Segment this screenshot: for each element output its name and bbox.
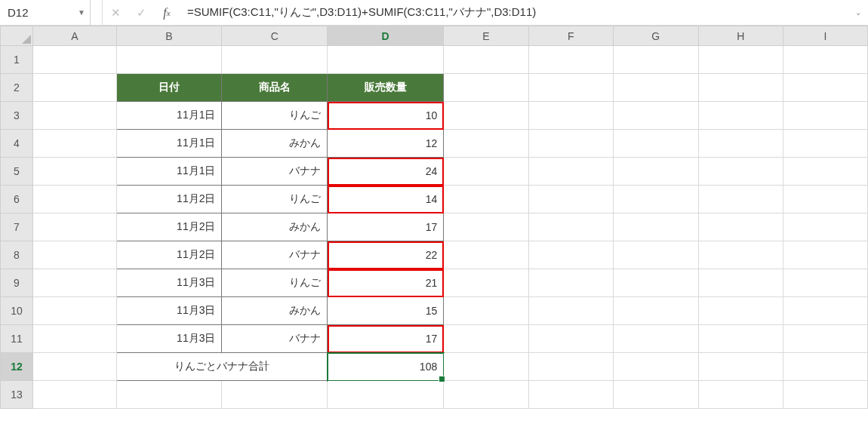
col-header-C[interactable]: C — [222, 26, 328, 46]
cell[interactable] — [698, 74, 783, 102]
cell[interactable] — [698, 158, 783, 186]
cell[interactable] — [33, 325, 117, 353]
cell[interactable] — [783, 158, 868, 186]
cell[interactable] — [528, 102, 613, 130]
cell-qty[interactable]: 24 — [328, 158, 444, 186]
cell[interactable] — [33, 381, 117, 409]
cell[interactable] — [33, 186, 117, 213]
cell[interactable] — [33, 297, 117, 325]
cell-product[interactable]: りんご — [222, 269, 328, 297]
cell[interactable] — [222, 46, 328, 74]
cell[interactable] — [613, 74, 698, 102]
cell[interactable] — [613, 269, 698, 297]
cell[interactable] — [613, 102, 698, 130]
row-header[interactable]: 13 — [1, 381, 33, 409]
cell[interactable] — [444, 325, 528, 353]
col-header-H[interactable]: H — [698, 26, 783, 46]
row-header[interactable]: 2 — [1, 74, 33, 102]
cell[interactable] — [444, 74, 528, 102]
cell[interactable] — [528, 74, 613, 102]
cell[interactable] — [613, 241, 698, 269]
cell[interactable] — [783, 130, 868, 158]
row-header[interactable]: 4 — [1, 130, 33, 158]
cell-date[interactable]: 11月3日 — [116, 325, 222, 353]
expand-formula-bar-icon[interactable]: ⌄ — [848, 0, 868, 25]
footer-label-cell[interactable]: りんごとバナナ合計 — [116, 353, 328, 381]
cell[interactable] — [33, 130, 117, 158]
cell[interactable] — [444, 269, 528, 297]
cell-qty[interactable]: 21 — [328, 269, 444, 297]
cell-qty[interactable]: 14 — [328, 186, 444, 213]
cell[interactable] — [528, 353, 613, 381]
footer-value-cell[interactable]: 108 — [328, 353, 444, 381]
col-header-E[interactable]: E — [444, 26, 528, 46]
cell[interactable] — [33, 213, 117, 241]
cell[interactable] — [698, 353, 783, 381]
cancel-icon[interactable]: ✕ — [103, 0, 128, 25]
table-header-qty[interactable]: 販売数量 — [328, 74, 444, 102]
row-header[interactable]: 5 — [1, 158, 33, 186]
cell-date[interactable]: 11月2日 — [116, 213, 222, 241]
cell[interactable] — [783, 46, 868, 74]
cell[interactable] — [444, 102, 528, 130]
row-header[interactable]: 9 — [1, 269, 33, 297]
cell-date[interactable]: 11月2日 — [116, 186, 222, 213]
cell-product[interactable]: みかん — [222, 213, 328, 241]
cell-date[interactable]: 11月1日 — [116, 102, 222, 130]
col-header-G[interactable]: G — [613, 26, 698, 46]
cell[interactable] — [613, 186, 698, 213]
cell[interactable] — [33, 353, 117, 381]
row-header[interactable]: 7 — [1, 213, 33, 241]
cell-qty[interactable]: 10 — [328, 102, 444, 130]
cell-date[interactable]: 11月3日 — [116, 297, 222, 325]
check-icon[interactable]: ✓ — [128, 0, 154, 25]
cell[interactable] — [33, 102, 117, 130]
col-header-A[interactable]: A — [33, 26, 117, 46]
cell-qty[interactable]: 12 — [328, 130, 444, 158]
cell[interactable] — [444, 186, 528, 213]
row-header[interactable]: 3 — [1, 102, 33, 130]
cell[interactable] — [783, 186, 868, 213]
cell[interactable] — [613, 130, 698, 158]
cell[interactable] — [528, 130, 613, 158]
cell-product[interactable]: バナナ — [222, 241, 328, 269]
cell[interactable] — [783, 325, 868, 353]
col-header-F[interactable]: F — [528, 26, 613, 46]
cell-product[interactable]: バナナ — [222, 325, 328, 353]
cell-product[interactable]: りんご — [222, 102, 328, 130]
cell-product[interactable]: みかん — [222, 130, 328, 158]
cell[interactable] — [613, 353, 698, 381]
cell[interactable] — [783, 241, 868, 269]
cell-qty[interactable]: 22 — [328, 241, 444, 269]
row-header[interactable]: 1 — [1, 46, 33, 74]
cell[interactable] — [783, 102, 868, 130]
cell[interactable] — [698, 130, 783, 158]
cell[interactable] — [528, 381, 613, 409]
cell[interactable] — [328, 46, 444, 74]
cell[interactable] — [613, 213, 698, 241]
name-box-container[interactable]: ▼ — [0, 0, 91, 25]
cell[interactable] — [698, 213, 783, 241]
cell[interactable] — [698, 241, 783, 269]
table-header-date[interactable]: 日付 — [116, 74, 222, 102]
cell[interactable] — [528, 241, 613, 269]
cell[interactable] — [698, 102, 783, 130]
select-all-corner[interactable] — [1, 26, 33, 46]
cell[interactable] — [444, 381, 528, 409]
cell-product[interactable]: みかん — [222, 297, 328, 325]
cell[interactable] — [444, 46, 528, 74]
cell[interactable] — [222, 381, 328, 409]
cell[interactable] — [33, 46, 117, 74]
cell[interactable] — [698, 186, 783, 213]
cell[interactable] — [698, 297, 783, 325]
cell[interactable] — [328, 381, 444, 409]
col-header-B[interactable]: B — [116, 26, 222, 46]
cell-product[interactable]: りんご — [222, 186, 328, 213]
cell-product[interactable]: バナナ — [222, 158, 328, 186]
cell[interactable] — [613, 46, 698, 74]
cell[interactable] — [528, 269, 613, 297]
cell[interactable] — [698, 269, 783, 297]
cell[interactable] — [444, 213, 528, 241]
cell[interactable] — [613, 158, 698, 186]
cell[interactable] — [33, 269, 117, 297]
